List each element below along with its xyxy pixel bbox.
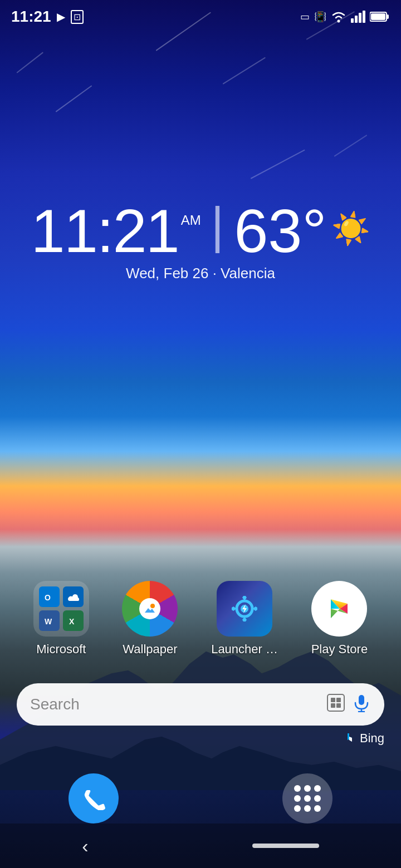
screenshot-status-icon: ⊡ <box>71 10 84 24</box>
bottom-dock <box>0 773 401 823</box>
app-item-launcher[interactable]: Launcher … <box>211 581 278 657</box>
wallpaper-app-icon <box>122 581 178 637</box>
svg-text:O: O <box>45 593 51 602</box>
clock-ampm: AM <box>181 213 201 228</box>
svg-point-0 <box>338 20 340 23</box>
playstore-label: Play Store <box>311 642 368 657</box>
signal-icon <box>351 11 365 23</box>
svg-rect-22 <box>331 698 335 702</box>
svg-rect-23 <box>336 698 341 702</box>
navigation-bar: ‹ <box>0 823 401 868</box>
app-item-microsoft[interactable]: O W X Microsoft <box>33 581 89 657</box>
clock-time: 11:21 <box>31 200 178 262</box>
svg-marker-18 <box>254 606 257 611</box>
bing-icon <box>344 732 356 744</box>
svg-rect-7 <box>371 13 385 20</box>
svg-rect-21 <box>327 694 344 711</box>
battery-icon <box>370 11 390 23</box>
play-store-status-icon: ▶ <box>57 10 65 23</box>
launcher-app-icon <box>217 581 272 637</box>
svg-marker-19 <box>242 618 247 622</box>
wallpaper-label: Wallpaper <box>123 642 177 657</box>
onedrive-mini-icon <box>63 586 84 607</box>
clock-date: Wed, Feb 26 · Valencia <box>31 265 370 282</box>
status-bar: 11:21 ▶ ⊡ ▭ 📳 <box>0 0 401 33</box>
svg-text:X: X <box>69 617 75 626</box>
vibrate-icon: 📳 <box>314 11 326 23</box>
microsoft-label: Microsoft <box>36 642 86 657</box>
back-button[interactable]: ‹ <box>82 835 88 857</box>
apps-grid-icon <box>284 775 331 822</box>
clock-widget: 11:21 AM | 63° ☀️ Wed, Feb 26 · Valencia <box>31 200 370 282</box>
svg-point-14 <box>150 604 155 608</box>
microsoft-folder-icon: O W X <box>33 581 89 637</box>
lens-search-icon[interactable] <box>326 693 345 716</box>
app-dock: O W X Microsoft <box>0 570 401 684</box>
svg-marker-20 <box>232 606 235 611</box>
search-bar: Search Bing <box>17 683 384 746</box>
search-input-container[interactable]: Search <box>17 683 384 726</box>
svg-marker-17 <box>242 596 247 599</box>
home-indicator[interactable] <box>252 844 319 848</box>
svg-rect-25 <box>336 703 341 708</box>
svg-rect-2 <box>355 16 358 23</box>
svg-rect-3 <box>359 13 361 23</box>
svg-rect-1 <box>351 18 354 23</box>
svg-text:W: W <box>45 617 52 626</box>
cast-icon: ▭ <box>300 11 310 23</box>
wifi-icon <box>331 11 346 23</box>
app-item-wallpaper[interactable]: Wallpaper <box>122 581 178 657</box>
all-apps-button[interactable] <box>282 773 332 823</box>
app-row: O W X Microsoft <box>17 581 384 657</box>
playstore-app-icon <box>311 581 367 637</box>
status-time: 11:21 <box>11 8 51 26</box>
phone-icon <box>82 787 105 810</box>
search-placeholder-text: Search <box>30 696 320 713</box>
phone-button[interactable] <box>69 773 119 823</box>
clock-separator: | <box>211 200 224 250</box>
weather-icon: ☀️ <box>331 210 370 247</box>
outlook-mini-icon: O <box>39 586 60 607</box>
svg-rect-24 <box>331 703 335 708</box>
svg-rect-26 <box>359 695 364 705</box>
microphone-icon[interactable] <box>352 693 371 716</box>
bing-branding: Bing <box>17 731 384 746</box>
svg-rect-4 <box>363 11 365 23</box>
app-item-playstore[interactable]: Play Store <box>311 581 368 657</box>
launcher-label: Launcher … <box>211 642 278 657</box>
weather-temp: 63° <box>234 200 326 262</box>
excel-mini-icon: X <box>63 610 84 631</box>
bing-text: Bing <box>360 731 384 746</box>
word-mini-icon: W <box>39 610 60 631</box>
svg-rect-6 <box>387 14 389 19</box>
